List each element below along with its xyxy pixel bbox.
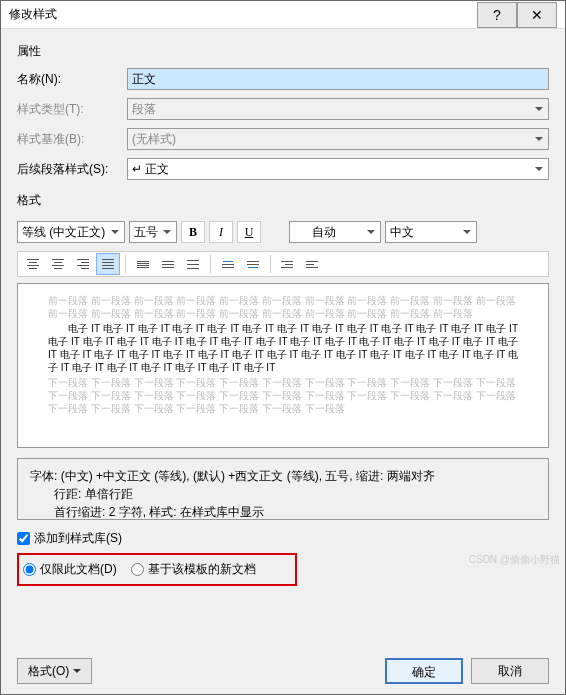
description-box: 字体: (中文) +中文正文 (等线), (默认) +西文正文 (等线), 五号… bbox=[17, 458, 549, 520]
next-style-select[interactable]: ↵ 正文 bbox=[127, 158, 549, 180]
desc-line-3: 首行缩进: 2 字符, 样式: 在样式库中显示 bbox=[30, 503, 536, 521]
separator bbox=[270, 255, 271, 273]
cancel-button[interactable]: 取消 bbox=[471, 658, 549, 684]
name-label: 名称(N): bbox=[17, 71, 127, 88]
style-type-select bbox=[127, 98, 549, 120]
scope-radio-group: 仅限此文档(D) 基于该模板的新文档 bbox=[17, 553, 297, 586]
size-select[interactable]: 五号 bbox=[129, 221, 177, 243]
spacing-1-button[interactable] bbox=[132, 254, 154, 274]
titlebar: 修改样式 ? ✕ bbox=[1, 1, 565, 29]
dialog-title: 修改样式 bbox=[9, 6, 477, 23]
spacing-2-button[interactable] bbox=[182, 254, 204, 274]
align-justify-button[interactable] bbox=[97, 254, 119, 274]
align-right-button[interactable] bbox=[72, 254, 94, 274]
add-to-gallery-label: 添加到样式库(S) bbox=[34, 530, 122, 547]
separator bbox=[210, 255, 211, 273]
bold-button[interactable]: B bbox=[181, 221, 205, 243]
style-base-label: 样式基准(B): bbox=[17, 131, 127, 148]
preview-gray-bottom: 下一段落 下一段落 下一段落 下一段落 下一段落 下一段落 下一段落 下一段落 … bbox=[48, 376, 518, 415]
name-input[interactable] bbox=[127, 68, 549, 90]
preview-sample-text: 电子 IT 电子 IT 电子 IT 电子 IT 电子 IT 电子 IT 电子 I… bbox=[48, 322, 518, 374]
dialog-footer: 格式(O) 确定 取消 bbox=[1, 648, 565, 694]
add-to-gallery-checkbox[interactable] bbox=[17, 532, 30, 545]
add-to-gallery-row: 添加到样式库(S) bbox=[17, 530, 549, 547]
preview-box: 前一段落 前一段落 前一段落 前一段落 前一段落 前一段落 前一段落 前一段落 … bbox=[17, 283, 549, 448]
next-style-label: 后续段落样式(S): bbox=[17, 161, 127, 178]
scope-document-only[interactable]: 仅限此文档(D) bbox=[23, 561, 117, 578]
style-type-label: 样式类型(T): bbox=[17, 101, 127, 118]
format-section-label: 格式 bbox=[17, 192, 549, 209]
desc-line-1: 字体: (中文) +中文正文 (等线), (默认) +西文正文 (等线), 五号… bbox=[30, 467, 536, 485]
space-before-dec-button[interactable] bbox=[242, 254, 264, 274]
align-center-button[interactable] bbox=[47, 254, 69, 274]
color-select[interactable]: 自动 bbox=[289, 221, 381, 243]
watermark: CSDN @偷偷小野猫 bbox=[469, 553, 560, 567]
font-select[interactable]: 等线 (中文正文) bbox=[17, 221, 125, 243]
separator bbox=[125, 255, 126, 273]
preview-gray-top: 前一段落 前一段落 前一段落 前一段落 前一段落 前一段落 前一段落 前一段落 … bbox=[48, 294, 518, 320]
scope-template[interactable]: 基于该模板的新文档 bbox=[131, 561, 256, 578]
indent-inc-button[interactable] bbox=[302, 254, 324, 274]
format-dropdown-button[interactable]: 格式(O) bbox=[17, 658, 92, 684]
scope-template-radio[interactable] bbox=[131, 563, 144, 576]
scope-document-label: 仅限此文档(D) bbox=[40, 561, 117, 578]
italic-button[interactable]: I bbox=[209, 221, 233, 243]
paragraph-toolbar bbox=[17, 251, 549, 277]
desc-line-2: 行距: 单倍行距 bbox=[30, 485, 536, 503]
properties-section-label: 属性 bbox=[17, 43, 549, 60]
scope-template-label: 基于该模板的新文档 bbox=[148, 561, 256, 578]
help-button[interactable]: ? bbox=[477, 2, 517, 28]
underline-button[interactable]: U bbox=[237, 221, 261, 243]
lang-select[interactable]: 中文 bbox=[385, 221, 477, 243]
close-button[interactable]: ✕ bbox=[517, 2, 557, 28]
font-toolbar: 等线 (中文正文) 五号 B I U 自动 中文 bbox=[17, 219, 549, 245]
spacing-15-button[interactable] bbox=[157, 254, 179, 274]
scope-document-radio[interactable] bbox=[23, 563, 36, 576]
align-left-button[interactable] bbox=[22, 254, 44, 274]
style-base-select bbox=[127, 128, 549, 150]
ok-button[interactable]: 确定 bbox=[385, 658, 463, 684]
space-before-inc-button[interactable] bbox=[217, 254, 239, 274]
modify-style-dialog: 修改样式 ? ✕ 属性 名称(N): 样式类型(T): 样式基准(B): 后续段… bbox=[0, 0, 566, 695]
indent-dec-button[interactable] bbox=[277, 254, 299, 274]
